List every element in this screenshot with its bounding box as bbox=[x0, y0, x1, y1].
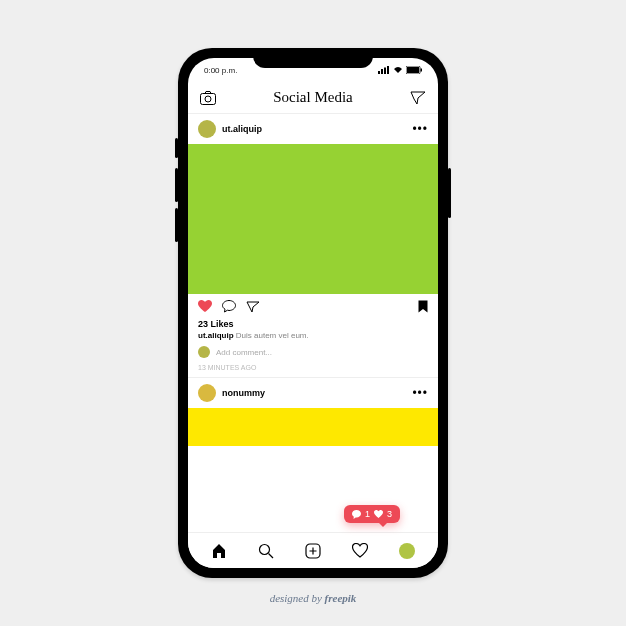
post-image[interactable] bbox=[188, 144, 438, 294]
side-button bbox=[175, 208, 178, 242]
svg-rect-3 bbox=[387, 66, 389, 74]
svg-point-8 bbox=[205, 96, 211, 102]
comment-icon[interactable] bbox=[222, 300, 236, 313]
svg-rect-7 bbox=[201, 93, 216, 104]
user-info[interactable]: ut.aliquip bbox=[198, 120, 262, 138]
app-title: Social Media bbox=[273, 89, 353, 106]
caption-username[interactable]: ut.aliquip bbox=[198, 331, 234, 340]
avatar bbox=[198, 120, 216, 138]
caption: ut.aliquip Duis autem vel eum. bbox=[188, 329, 438, 342]
credit-text: designed by freepik bbox=[270, 592, 357, 604]
phone-notch bbox=[253, 48, 373, 68]
post-actions bbox=[188, 294, 438, 319]
more-icon[interactable]: ••• bbox=[412, 122, 428, 136]
post-image[interactable] bbox=[188, 408, 438, 446]
credit-prefix: designed by bbox=[270, 592, 325, 604]
nav-activity-icon[interactable] bbox=[352, 543, 368, 558]
side-button bbox=[175, 138, 178, 158]
caption-text: Duis autem vel eum. bbox=[236, 331, 309, 340]
notification-bubble[interactable]: 1 3 bbox=[344, 505, 400, 523]
svg-rect-0 bbox=[378, 71, 380, 74]
post-header: ut.aliquip ••• bbox=[188, 114, 438, 144]
svg-line-10 bbox=[269, 553, 274, 558]
svg-rect-2 bbox=[384, 68, 386, 75]
profile-avatar bbox=[399, 543, 415, 559]
bookmark-icon[interactable] bbox=[418, 300, 428, 313]
notif-comments: 1 bbox=[365, 509, 370, 519]
share-icon[interactable] bbox=[246, 301, 260, 313]
username: nonummy bbox=[222, 388, 265, 398]
svg-point-9 bbox=[260, 544, 270, 554]
like-button[interactable] bbox=[198, 300, 212, 313]
avatar-small bbox=[198, 346, 210, 358]
nav-add-icon[interactable] bbox=[305, 543, 321, 559]
likes-count[interactable]: 23 Likes bbox=[188, 319, 438, 329]
bottom-nav: 1 3 bbox=[188, 532, 438, 568]
add-comment[interactable]: Add comment... bbox=[188, 342, 438, 362]
camera-icon[interactable] bbox=[200, 91, 216, 105]
phone-frame: 0:00 p.m. Social Media ut.aliquip ••• bbox=[178, 48, 448, 578]
status-time: 0:00 p.m. bbox=[204, 66, 237, 75]
svg-rect-1 bbox=[381, 69, 383, 74]
signal-icon bbox=[378, 66, 390, 74]
post-header: nonummy ••• bbox=[188, 378, 438, 408]
side-button bbox=[448, 168, 451, 218]
status-icons bbox=[378, 66, 422, 74]
user-info[interactable]: nonummy bbox=[198, 384, 265, 402]
svg-rect-5 bbox=[407, 67, 419, 73]
add-comment-placeholder: Add comment... bbox=[216, 348, 272, 357]
comment-icon bbox=[352, 510, 361, 519]
more-icon[interactable]: ••• bbox=[412, 386, 428, 400]
app-header: Social Media bbox=[188, 82, 438, 114]
username: ut.aliquip bbox=[222, 124, 262, 134]
avatar bbox=[198, 384, 216, 402]
nav-search-icon[interactable] bbox=[258, 543, 274, 559]
phone-screen: 0:00 p.m. Social Media ut.aliquip ••• bbox=[188, 58, 438, 568]
credit-brand: freepik bbox=[325, 592, 357, 604]
send-icon[interactable] bbox=[410, 91, 426, 105]
nav-profile-icon[interactable] bbox=[399, 543, 415, 559]
heart-icon bbox=[374, 510, 383, 518]
wifi-icon bbox=[393, 66, 403, 74]
notif-likes: 3 bbox=[387, 509, 392, 519]
side-button bbox=[175, 168, 178, 202]
timestamp: 13 MINUTES AGO bbox=[188, 362, 438, 377]
nav-home-icon[interactable] bbox=[211, 543, 227, 559]
svg-rect-6 bbox=[421, 69, 423, 72]
battery-icon bbox=[406, 66, 422, 74]
